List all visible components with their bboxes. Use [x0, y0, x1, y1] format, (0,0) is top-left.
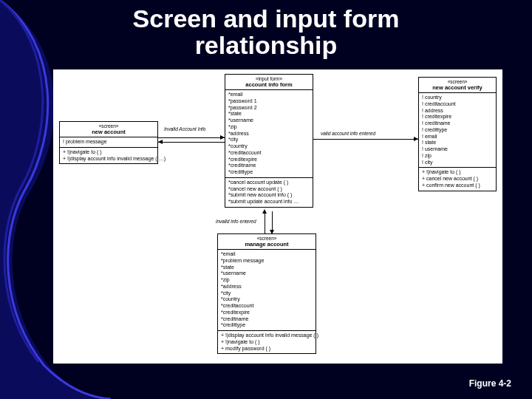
- box-title: «screen» manage account: [218, 234, 316, 250]
- attrs: ! problem message: [60, 137, 157, 148]
- box-manage-account: «screen» manage account *email *problem …: [217, 233, 316, 354]
- box-new-account-verify: «screen» new account verify ! country ! …: [418, 77, 497, 191]
- uml-diagram: «screen» new account ! problem message +…: [53, 69, 502, 364]
- title-line1: Screen and input form: [133, 4, 400, 33]
- box-new-account: «screen» new account ! problem message +…: [59, 121, 158, 164]
- slide-title: Screen and input form relationship: [0, 6, 532, 58]
- arrow-down-icon: [270, 230, 274, 234]
- edge-right: [313, 139, 418, 140]
- arrow-up-icon: [262, 209, 267, 214]
- ops: + !|display account info invalid message…: [218, 331, 316, 353]
- edge-left-bottom: [158, 142, 225, 143]
- ops: + !|navigate to ( ) + cancel new account…: [419, 168, 496, 190]
- edge-label-invalid: Invalid Account Info: [164, 126, 206, 132]
- arrow-right-icon: [414, 137, 418, 141]
- edge-down-1: [265, 211, 265, 233]
- box-title: «input form» account info form: [225, 75, 313, 90]
- edge-left-top: [158, 137, 225, 138]
- box-title: «screen» new account: [60, 122, 157, 137]
- title-line2: relationship: [195, 31, 338, 59]
- ops: + !|navigate to ( ) + !|display account …: [60, 148, 157, 164]
- box-title: «screen» new account verify: [419, 78, 496, 93]
- attrs: *email *problem message *state *username…: [218, 250, 316, 331]
- edge-label-invalid2: invalid info entered: [216, 219, 256, 224]
- figure-caption: Figure 4-2: [469, 378, 511, 389]
- edge-label-valid: valid account info entered: [321, 131, 375, 136]
- box-account-info-form: «input form» account info form *email *p…: [225, 74, 313, 208]
- attrs: *email *password 1 *password 2 *state *u…: [225, 90, 313, 178]
- arrow-left-icon: [158, 140, 163, 144]
- arrow-right-icon: [220, 135, 225, 140]
- ops: *cancel account update ( ) *cancel new a…: [225, 178, 313, 207]
- attrs: ! country ! creditaccount ! address ! cr…: [419, 93, 496, 168]
